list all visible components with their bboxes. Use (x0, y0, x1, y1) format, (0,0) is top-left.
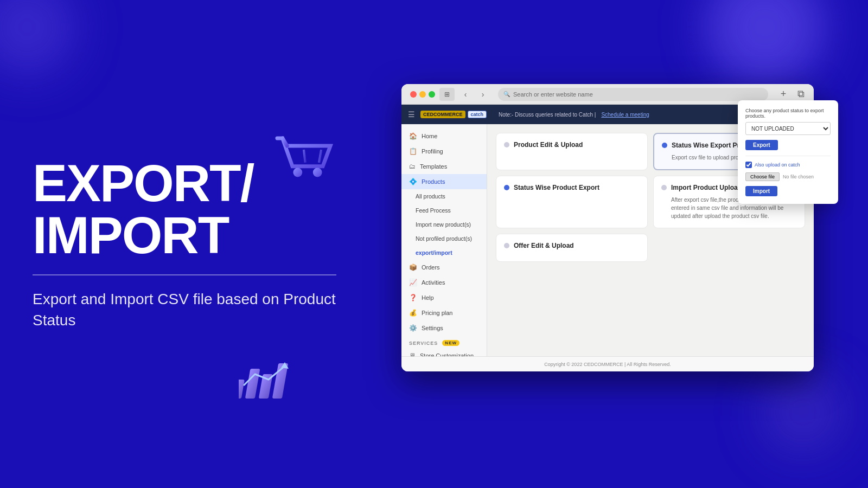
card-dot (504, 142, 509, 147)
back-button[interactable]: ‹ (459, 88, 472, 101)
sidebar-item-pricing-plan[interactable]: 💰 Pricing plan (401, 305, 487, 320)
svg-line-2 (304, 150, 305, 163)
activities-icon: 📈 (409, 279, 417, 286)
popup-card: Choose any product status to export prod… (738, 100, 838, 204)
card-offer-edit-upload[interactable]: Offer Edit & Upload (496, 234, 648, 262)
settings-label: Settings (422, 325, 443, 331)
sidebar-item-export-import[interactable]: export/import (401, 246, 487, 260)
sidebar-item-home-label: Home (422, 133, 437, 139)
card-import-dot (661, 185, 667, 190)
bg-blob-br (760, 369, 846, 455)
sidebar-item-activities[interactable]: 📈 Activities (401, 275, 487, 290)
popup-checkbox-row: Also upload on catch (745, 162, 831, 168)
sidebar-item-products-label: Products (422, 178, 445, 185)
search-icon: 🔍 (503, 91, 510, 97)
card-dot-blue2 (504, 185, 509, 190)
sidebar-item-templates-label: Templates (420, 163, 447, 170)
card-status-wise-product-export[interactable]: Status Wise Product Export (496, 176, 648, 228)
minimize-button[interactable] (419, 91, 426, 98)
sidebar-item-profiling-label: Profiling (422, 148, 443, 155)
hamburger-icon[interactable]: ☰ (408, 110, 415, 119)
file-placeholder: No file chosen (783, 174, 814, 179)
pricing-label: Pricing plan (422, 310, 452, 316)
export-import-label: export/import (416, 249, 452, 256)
close-button[interactable] (410, 91, 417, 98)
new-badge: NEW (442, 340, 459, 346)
pricing-icon: 💰 (409, 309, 417, 317)
svg-rect-8 (272, 363, 288, 399)
not-profiled-label: Not profiled product(s) (416, 235, 472, 242)
templates-icon: 🗂 (409, 163, 416, 170)
cedcommerce-logo: CEDCOMMERCE (420, 111, 465, 118)
sidebar-item-store-customization[interactable]: 🖥 Store Customization (401, 348, 487, 356)
card-dot-blue (662, 143, 667, 148)
address-text: Search or enter website name (513, 91, 593, 98)
window-controls (410, 91, 435, 98)
orders-icon: 📦 (409, 264, 417, 271)
sidebar-item-products[interactable]: 💠 Products (401, 174, 487, 189)
address-bar[interactable]: 🔍 Search or enter website name (498, 88, 768, 101)
services-header: SERVICES NEW (401, 336, 487, 348)
product-status-select[interactable]: NOT UPLOADED UPLOADED ACTIVE (745, 122, 831, 135)
sidebar-item-all-products[interactable]: All products (401, 189, 487, 203)
profiling-icon: 📋 (409, 147, 417, 155)
import-new-label: Import new product(s) (416, 221, 471, 228)
svg-line-4 (319, 150, 321, 163)
file-row: Choose file No file chosen (745, 172, 831, 181)
catch-badge: catch (468, 111, 487, 118)
cart-decoration (266, 119, 342, 195)
store-icon: 🖥 (409, 352, 416, 356)
svg-point-0 (293, 168, 302, 177)
chart-decoration (239, 358, 304, 423)
topbar-note: Note:- Discuss queries related to Catch … (499, 112, 596, 118)
copyright-text: Copyright © 2022 CEDCOMMERCE | All Right… (544, 362, 671, 367)
store-label: Store Customization (420, 352, 474, 356)
svg-rect-6 (245, 369, 260, 399)
sidebar-item-profiling[interactable]: 📋 Profiling (401, 144, 487, 159)
sidebar-item-home[interactable]: 🏠 Home (401, 129, 487, 144)
card-offer-title: Offer Edit & Upload (514, 242, 574, 249)
services-label: SERVICES (409, 341, 438, 346)
sidebar-item-orders[interactable]: 📦 Orders (401, 260, 487, 275)
popup-divider (745, 156, 831, 156)
tab-overview-button[interactable]: ⊞ (439, 88, 455, 101)
import-button[interactable]: Import (745, 186, 777, 196)
popup-label: Choose any product status to export prod… (745, 108, 831, 119)
sidebar: 🏠 Home 📋 Profiling 🗂 Templates 💠 Product… (401, 124, 487, 356)
new-tab-button[interactable]: + (777, 88, 790, 101)
choose-file-button[interactable]: Choose file (745, 172, 780, 181)
sidebar-item-feed-process[interactable]: Feed Process (401, 203, 487, 217)
card-status-wise-product-export-title: Status Wise Product Export (514, 184, 599, 191)
home-icon: 🏠 (409, 132, 417, 140)
activities-label: Activities (422, 279, 445, 286)
sidebar-item-templates[interactable]: 🗂 Templates (401, 159, 487, 174)
svg-point-1 (313, 168, 322, 177)
tab-menu-button[interactable]: ⧉ (794, 88, 807, 101)
card-product-edit-upload-title: Product Edit & Upload (514, 141, 583, 149)
logo-area: CEDCOMMERCE catch (420, 111, 487, 118)
feed-process-label: Feed Process (416, 207, 451, 214)
sidebar-item-import-new[interactable]: Import new product(s) (401, 217, 487, 232)
all-products-label: All products (416, 193, 445, 200)
bg-blob-tr (705, 0, 825, 87)
also-upload-checkbox[interactable] (745, 162, 752, 168)
card-product-edit-upload-header: Product Edit & Upload (504, 141, 640, 149)
help-label: Help (422, 294, 434, 301)
card-status-wise-product-export-header: Status Wise Product Export (504, 184, 640, 191)
svg-rect-5 (239, 380, 245, 399)
products-icon: 💠 (409, 178, 417, 185)
maximize-button[interactable] (429, 91, 435, 98)
settings-icon: ⚙️ (409, 324, 417, 332)
sidebar-item-help[interactable]: ❓ Help (401, 290, 487, 305)
also-upload-label: Also upload on catch (755, 162, 800, 168)
forward-button[interactable]: › (476, 88, 489, 101)
divider (33, 274, 336, 275)
sidebar-item-settings[interactable]: ⚙️ Settings (401, 320, 487, 336)
orders-label: Orders (422, 264, 440, 271)
export-button[interactable]: Export (745, 140, 778, 150)
help-icon: ❓ (409, 294, 417, 301)
card-product-edit-upload[interactable]: Product Edit & Upload (496, 133, 648, 170)
subtitle: Export and Import CSV file based on Prod… (33, 288, 336, 331)
sidebar-item-not-profiled[interactable]: Not profiled product(s) (401, 232, 487, 246)
schedule-meeting-link[interactable]: Schedule a meeting (601, 112, 649, 118)
